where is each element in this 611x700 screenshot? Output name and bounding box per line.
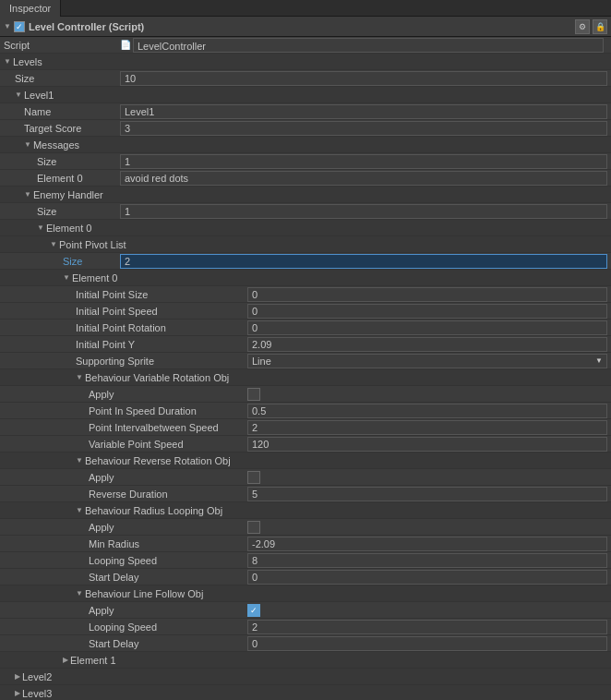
bvr-variable-speed-label: Variable Point Speed: [89, 439, 184, 450]
point-pivot-list-header[interactable]: ▼ Point Pivot List: [0, 236, 611, 253]
blf-label: Behaviour Line Follow Obj: [85, 588, 203, 599]
bvr-point-interval-field[interactable]: [247, 420, 607, 435]
blf-looping-speed-field[interactable]: [247, 620, 607, 634]
brl-start-delay-label: Start Delay: [89, 572, 138, 583]
name-label: Name: [24, 106, 51, 117]
supporting-sprite-value: Line: [252, 354, 271, 368]
blf-apply-checkbox[interactable]: ✓: [247, 604, 260, 617]
brl-label: Behaviour Radius Looping Obj: [85, 505, 222, 516]
brl-triangle: ▼: [76, 506, 83, 514]
messages-triangle: ▼: [24, 140, 31, 149]
levels-size-field[interactable]: [120, 71, 607, 86]
script-label: Script: [4, 40, 30, 51]
tab-bar: Inspector: [0, 0, 611, 17]
element0-header[interactable]: ▼ Element 0: [0, 220, 611, 236]
inspector-window: Inspector ▼ ✓ Level Controller (Script) …: [0, 0, 611, 700]
level3-header[interactable]: ▶ Level3: [0, 685, 611, 700]
bvr-point-in-speed-field[interactable]: [247, 404, 607, 418]
enemy-handler-size-label: Size: [37, 206, 56, 217]
target-score-field[interactable]: [120, 121, 607, 136]
brr-apply-label: Apply: [89, 472, 114, 483]
brl-min-radius-field[interactable]: [247, 537, 607, 551]
point-pivot-list-triangle: ▼: [50, 240, 57, 248]
brl-start-delay-row: Start Delay: [0, 569, 611, 585]
target-score-row: Target Score: [0, 120, 611, 137]
pivot-size-field[interactable]: [120, 254, 607, 269]
bvr-variable-speed-field[interactable]: [247, 437, 607, 452]
pivot-element0-header[interactable]: ▼ Element 0: [0, 270, 611, 286]
inspector-tab[interactable]: Inspector: [0, 0, 61, 17]
initial-point-size-field[interactable]: [247, 287, 607, 302]
behaviour-var-rotation-header[interactable]: ▼ Behaviour Variable Rotation Obj: [0, 369, 611, 386]
name-row: Name: [0, 103, 611, 120]
initial-point-rotation-label: Initial Point Rotation: [76, 322, 166, 333]
brl-apply-checkbox[interactable]: [247, 521, 260, 534]
level2-header[interactable]: ▶ Level2: [0, 669, 611, 685]
script-value[interactable]: LevelController: [133, 38, 604, 53]
brl-apply-label: Apply: [89, 522, 114, 533]
level3-label: Level3: [22, 688, 52, 699]
brl-looping-speed-row: Looping Speed: [0, 552, 611, 569]
brr-label: Behaviour Reverse Rotation Obj: [85, 455, 231, 466]
name-field[interactable]: [120, 104, 607, 119]
script-row: Script 📄 LevelController: [0, 37, 611, 54]
element0-triangle: ▼: [37, 223, 44, 232]
message-element0-field[interactable]: [120, 171, 607, 186]
enemy-handler-label: Enemy Handler: [33, 189, 103, 200]
brl-start-delay-field[interactable]: [247, 570, 607, 585]
enemy-handler-header[interactable]: ▼ Enemy Handler: [0, 187, 611, 203]
pivot-element0-label: Element 0: [72, 272, 118, 284]
enemy-handler-size-field[interactable]: [120, 204, 607, 219]
behaviour-radius-looping-header[interactable]: ▼ Behaviour Radius Looping Obj: [0, 502, 611, 519]
brl-looping-speed-field[interactable]: [247, 553, 607, 568]
brr-reverse-duration-label: Reverse Duration: [89, 489, 168, 500]
blf-looping-speed-label: Looping Speed: [89, 622, 157, 633]
bvr-apply-label: Apply: [89, 389, 114, 400]
blf-start-delay-field[interactable]: [247, 636, 607, 651]
messages-size-field[interactable]: [120, 154, 607, 169]
behaviour-line-follow-header[interactable]: ▼ Behaviour Line Follow Obj: [0, 585, 611, 602]
icon-lock[interactable]: 🔒: [593, 19, 607, 34]
initial-point-size-label: Initial Point Size: [76, 289, 148, 300]
bvr-point-interval-row: Point Intervalbetween Speed: [0, 419, 611, 436]
levels-triangle: ▼: [4, 57, 11, 66]
element1-triangle: ▶: [63, 656, 68, 664]
level1-header[interactable]: ▼ Level1: [0, 87, 611, 103]
element0-label: Element 0: [46, 223, 92, 234]
scroll-area[interactable]: ▼ Levels Size ▼ Level1 Name: [0, 54, 611, 700]
brr-apply-row: Apply: [0, 469, 611, 486]
levels-header[interactable]: ▼ Levels: [0, 54, 611, 70]
behaviour-reverse-rotation-header[interactable]: ▼ Behaviour Reverse Rotation Obj: [0, 453, 611, 469]
supporting-sprite-row: Supporting Sprite Line ▼: [0, 353, 611, 369]
initial-point-speed-row: Initial Point Speed: [0, 303, 611, 320]
component-checkbox[interactable]: ✓: [14, 21, 25, 32]
levels-label: Levels: [13, 56, 42, 67]
messages-label: Messages: [33, 139, 79, 151]
component-header: ▼ ✓ Level Controller (Script) ⚙ 🔒: [0, 17, 611, 37]
element1-label: Element 1: [70, 655, 116, 666]
message-element0-label: Element 0: [37, 173, 83, 184]
icon-settings[interactable]: ⚙: [575, 19, 590, 34]
dropdown-arrow: ▼: [595, 354, 603, 368]
brr-apply-checkbox[interactable]: [247, 471, 260, 484]
component-title: Level Controller (Script): [29, 21, 144, 32]
initial-point-y-row: Initial Point Y: [0, 336, 611, 353]
expand-triangle[interactable]: ▼: [4, 22, 11, 30]
element1-header[interactable]: ▶ Element 1: [0, 652, 611, 669]
level1-label: Level1: [24, 90, 54, 101]
initial-point-y-field[interactable]: [247, 337, 607, 352]
initial-point-rotation-field[interactable]: [247, 320, 607, 335]
supporting-sprite-dropdown[interactable]: Line ▼: [247, 354, 607, 368]
level2-label: Level2: [22, 671, 52, 682]
blf-triangle: ▼: [76, 589, 83, 597]
messages-header[interactable]: ▼ Messages: [0, 137, 611, 153]
initial-point-speed-field[interactable]: [247, 304, 607, 319]
enemy-handler-size-row: Size: [0, 203, 611, 220]
initial-point-speed-label: Initial Point Speed: [76, 306, 158, 317]
initial-point-y-label: Initial Point Y: [76, 339, 135, 350]
bvr-point-in-speed-row: Point In Speed Duration: [0, 403, 611, 419]
level2-triangle: ▶: [15, 672, 20, 681]
brr-reverse-duration-field[interactable]: [247, 487, 607, 501]
blf-looping-speed-row: Looping Speed: [0, 619, 611, 635]
bvr-apply-checkbox[interactable]: [247, 388, 260, 401]
